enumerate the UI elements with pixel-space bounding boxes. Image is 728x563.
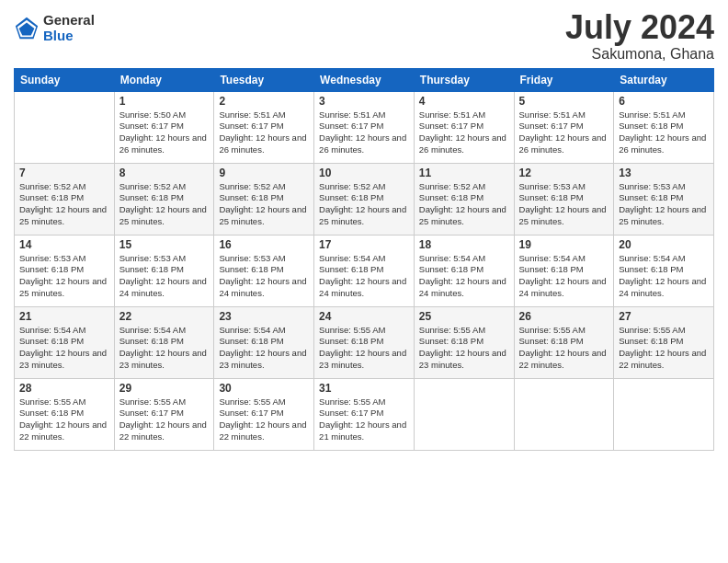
day-info: Sunrise: 5:51 AMSunset: 6:17 PMDaylight:… bbox=[319, 109, 409, 156]
day-number: 12 bbox=[519, 167, 609, 179]
calendar-cell: 7Sunrise: 5:52 AMSunset: 6:18 PMDaylight… bbox=[15, 163, 115, 235]
day-number: 19 bbox=[519, 238, 609, 251]
day-number: 7 bbox=[19, 167, 109, 179]
weekday-header: Sunday bbox=[15, 68, 115, 91]
calendar-header-row: SundayMondayTuesdayWednesdayThursdayFrid… bbox=[15, 68, 714, 91]
calendar-week-row: 21Sunrise: 5:54 AMSunset: 6:18 PMDayligh… bbox=[15, 306, 714, 378]
calendar-cell: 8Sunrise: 5:52 AMSunset: 6:18 PMDaylight… bbox=[114, 163, 214, 235]
day-info: Sunrise: 5:54 AMSunset: 6:18 PMDaylight:… bbox=[319, 253, 409, 300]
calendar-cell: 28Sunrise: 5:55 AMSunset: 6:18 PMDayligh… bbox=[15, 378, 115, 450]
weekday-header: Saturday bbox=[614, 68, 714, 91]
day-number: 1 bbox=[119, 95, 210, 108]
day-info: Sunrise: 5:51 AMSunset: 6:17 PMDaylight:… bbox=[519, 109, 609, 156]
day-number: 16 bbox=[219, 238, 309, 251]
day-info: Sunrise: 5:54 AMSunset: 6:18 PMDaylight:… bbox=[619, 253, 709, 300]
day-info: Sunrise: 5:55 AMSunset: 6:18 PMDaylight:… bbox=[19, 396, 109, 443]
day-number: 9 bbox=[219, 167, 309, 179]
day-info: Sunrise: 5:53 AMSunset: 6:18 PMDaylight:… bbox=[19, 253, 109, 300]
calendar-cell: 6Sunrise: 5:51 AMSunset: 6:18 PMDaylight… bbox=[614, 91, 714, 163]
day-number: 31 bbox=[319, 382, 409, 395]
calendar-cell: 18Sunrise: 5:54 AMSunset: 6:18 PMDayligh… bbox=[414, 235, 514, 306]
day-info: Sunrise: 5:55 AMSunset: 6:18 PMDaylight:… bbox=[519, 325, 609, 372]
day-info: Sunrise: 5:52 AMSunset: 6:18 PMDaylight:… bbox=[19, 181, 109, 228]
day-number: 14 bbox=[19, 238, 109, 251]
day-number: 8 bbox=[119, 167, 210, 179]
calendar-cell: 21Sunrise: 5:54 AMSunset: 6:18 PMDayligh… bbox=[15, 306, 115, 378]
calendar-cell: 17Sunrise: 5:54 AMSunset: 6:18 PMDayligh… bbox=[314, 235, 415, 306]
calendar-cell bbox=[414, 378, 514, 450]
day-number: 10 bbox=[319, 167, 409, 179]
calendar-cell: 31Sunrise: 5:55 AMSunset: 6:17 PMDayligh… bbox=[314, 378, 415, 450]
day-info: Sunrise: 5:54 AMSunset: 6:18 PMDaylight:… bbox=[519, 253, 609, 300]
calendar-cell: 16Sunrise: 5:53 AMSunset: 6:18 PMDayligh… bbox=[214, 235, 314, 306]
calendar-cell bbox=[614, 378, 714, 450]
calendar-cell: 29Sunrise: 5:55 AMSunset: 6:17 PMDayligh… bbox=[114, 378, 214, 450]
calendar-cell: 27Sunrise: 5:55 AMSunset: 6:18 PMDayligh… bbox=[614, 306, 714, 378]
weekday-header: Friday bbox=[514, 68, 614, 91]
day-info: Sunrise: 5:55 AMSunset: 6:18 PMDaylight:… bbox=[319, 325, 409, 372]
calendar-cell: 10Sunrise: 5:52 AMSunset: 6:18 PMDayligh… bbox=[314, 163, 415, 235]
weekday-header: Wednesday bbox=[314, 68, 415, 91]
day-number: 17 bbox=[319, 238, 409, 251]
day-info: Sunrise: 5:54 AMSunset: 6:18 PMDaylight:… bbox=[419, 253, 509, 300]
day-number: 24 bbox=[319, 310, 409, 323]
day-info: Sunrise: 5:51 AMSunset: 6:18 PMDaylight:… bbox=[619, 109, 709, 156]
day-info: Sunrise: 5:53 AMSunset: 6:18 PMDaylight:… bbox=[619, 181, 709, 228]
day-number: 23 bbox=[219, 310, 309, 323]
day-number: 2 bbox=[219, 95, 309, 108]
calendar-cell: 13Sunrise: 5:53 AMSunset: 6:18 PMDayligh… bbox=[614, 163, 714, 235]
day-info: Sunrise: 5:53 AMSunset: 6:18 PMDaylight:… bbox=[119, 253, 210, 300]
day-info: Sunrise: 5:50 AMSunset: 6:17 PMDaylight:… bbox=[119, 109, 210, 156]
calendar-week-row: 1Sunrise: 5:50 AMSunset: 6:17 PMDaylight… bbox=[15, 91, 714, 163]
day-number: 29 bbox=[119, 382, 210, 395]
day-number: 13 bbox=[619, 167, 709, 179]
day-info: Sunrise: 5:53 AMSunset: 6:18 PMDaylight:… bbox=[519, 181, 609, 228]
calendar-cell: 11Sunrise: 5:52 AMSunset: 6:18 PMDayligh… bbox=[414, 163, 514, 235]
logo-text: General Blue bbox=[43, 13, 95, 43]
logo-general: General bbox=[43, 13, 95, 29]
calendar-cell bbox=[514, 378, 614, 450]
calendar: SundayMondayTuesdayWednesdayThursdayFrid… bbox=[14, 68, 714, 451]
day-number: 22 bbox=[119, 310, 210, 323]
page: General Blue July 2024 Sakumona, Ghana S… bbox=[0, 0, 728, 563]
weekday-header: Tuesday bbox=[214, 68, 314, 91]
day-number: 26 bbox=[519, 310, 609, 323]
logo-icon bbox=[14, 16, 40, 41]
calendar-cell: 24Sunrise: 5:55 AMSunset: 6:18 PMDayligh… bbox=[314, 306, 415, 378]
day-number: 6 bbox=[619, 95, 709, 108]
day-number: 11 bbox=[419, 167, 509, 179]
calendar-week-row: 7Sunrise: 5:52 AMSunset: 6:18 PMDaylight… bbox=[15, 163, 714, 235]
day-info: Sunrise: 5:52 AMSunset: 6:18 PMDaylight:… bbox=[319, 181, 409, 228]
calendar-week-row: 14Sunrise: 5:53 AMSunset: 6:18 PMDayligh… bbox=[15, 235, 714, 306]
title-location: Sakumona, Ghana bbox=[565, 46, 714, 63]
day-info: Sunrise: 5:55 AMSunset: 6:18 PMDaylight:… bbox=[619, 325, 709, 372]
calendar-cell: 1Sunrise: 5:50 AMSunset: 6:17 PMDaylight… bbox=[114, 91, 214, 163]
day-number: 25 bbox=[419, 310, 509, 323]
day-number: 18 bbox=[419, 238, 509, 251]
calendar-cell: 20Sunrise: 5:54 AMSunset: 6:18 PMDayligh… bbox=[614, 235, 714, 306]
calendar-cell: 26Sunrise: 5:55 AMSunset: 6:18 PMDayligh… bbox=[514, 306, 614, 378]
calendar-cell: 3Sunrise: 5:51 AMSunset: 6:17 PMDaylight… bbox=[314, 91, 415, 163]
day-info: Sunrise: 5:55 AMSunset: 6:17 PMDaylight:… bbox=[319, 396, 409, 443]
header: General Blue July 2024 Sakumona, Ghana bbox=[14, 9, 714, 63]
calendar-cell: 22Sunrise: 5:54 AMSunset: 6:18 PMDayligh… bbox=[114, 306, 214, 378]
day-info: Sunrise: 5:55 AMSunset: 6:18 PMDaylight:… bbox=[419, 325, 509, 372]
calendar-cell: 4Sunrise: 5:51 AMSunset: 6:17 PMDaylight… bbox=[414, 91, 514, 163]
calendar-cell bbox=[15, 91, 115, 163]
day-number: 20 bbox=[619, 238, 709, 251]
calendar-cell: 15Sunrise: 5:53 AMSunset: 6:18 PMDayligh… bbox=[114, 235, 214, 306]
day-info: Sunrise: 5:54 AMSunset: 6:18 PMDaylight:… bbox=[19, 325, 109, 372]
day-number: 27 bbox=[619, 310, 709, 323]
title-block: July 2024 Sakumona, Ghana bbox=[565, 9, 714, 63]
day-info: Sunrise: 5:51 AMSunset: 6:17 PMDaylight:… bbox=[419, 109, 509, 156]
day-number: 30 bbox=[219, 382, 309, 395]
weekday-header: Thursday bbox=[414, 68, 514, 91]
day-info: Sunrise: 5:55 AMSunset: 6:17 PMDaylight:… bbox=[219, 396, 309, 443]
logo-blue: Blue bbox=[43, 29, 95, 44]
day-info: Sunrise: 5:52 AMSunset: 6:18 PMDaylight:… bbox=[219, 181, 309, 228]
calendar-cell: 30Sunrise: 5:55 AMSunset: 6:17 PMDayligh… bbox=[214, 378, 314, 450]
calendar-cell: 12Sunrise: 5:53 AMSunset: 6:18 PMDayligh… bbox=[514, 163, 614, 235]
calendar-cell: 25Sunrise: 5:55 AMSunset: 6:18 PMDayligh… bbox=[414, 306, 514, 378]
day-number: 3 bbox=[319, 95, 409, 108]
day-number: 4 bbox=[419, 95, 509, 108]
